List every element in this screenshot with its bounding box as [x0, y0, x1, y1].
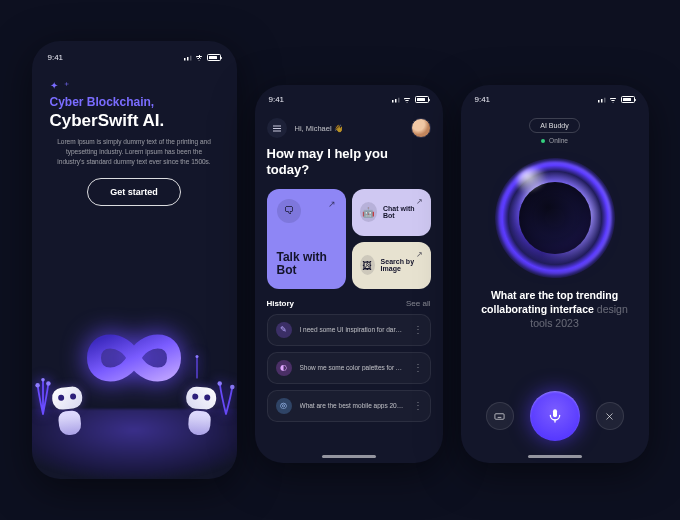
history-item[interactable]: ◎ What are the best mobile apps 2023… ⋮ [267, 390, 431, 422]
status-bar: 9:41 [32, 41, 237, 74]
more-icon[interactable]: ⋮ [413, 324, 422, 335]
history-item[interactable]: ✎ I need some UI inspiration for dark… ⋮ [267, 314, 431, 346]
battery-icon [207, 54, 221, 61]
history-icon: ✎ [276, 322, 292, 338]
get-started-button[interactable]: Get started [87, 178, 181, 206]
status-time: 9:41 [48, 53, 64, 62]
arrow-icon: ↗ [416, 197, 423, 206]
signal-icon [182, 55, 192, 61]
status-bar: 9:41 [461, 85, 649, 114]
wifi-icon [403, 96, 412, 103]
signal-icon [596, 97, 606, 103]
status-icons [390, 96, 429, 103]
arrow-icon: ↗ [416, 250, 423, 259]
signal-icon [390, 97, 400, 103]
infinity-ribbon [74, 318, 194, 398]
wifi-icon [609, 96, 618, 103]
history-heading: History [267, 299, 295, 308]
status-bar: 9:41 [255, 85, 443, 114]
battery-icon [415, 96, 429, 103]
robot-icon [43, 385, 95, 446]
keyboard-icon [494, 411, 505, 422]
close-button[interactable] [596, 402, 624, 430]
history-text: What are the best mobile apps 2023… [300, 402, 405, 409]
prompt-heading: How may I help you today? [255, 146, 443, 189]
bot-icon: 🤖 [360, 202, 378, 222]
svg-point-3 [217, 381, 222, 386]
see-all-link[interactable]: See all [406, 299, 430, 308]
chat-with-bot-card[interactable]: 🤖 Chat with Bot ↗ [352, 189, 431, 236]
svg-rect-6 [495, 413, 504, 419]
battery-icon [621, 96, 635, 103]
card-label: Chat with Bot [383, 205, 422, 219]
status-icons [182, 54, 221, 61]
status-time: 9:41 [269, 95, 285, 104]
history-icon: ◎ [276, 398, 292, 414]
sparkle-icon: ✦ ⁺ [50, 80, 219, 91]
hamburger-icon [273, 128, 281, 129]
chat-icon: 🗨 [277, 199, 301, 223]
home-indicator [322, 455, 376, 458]
ai-buddy-chip[interactable]: AI Buddy [529, 118, 579, 133]
greeting: Hi, Michael 👋 [295, 124, 403, 133]
close-icon [604, 411, 615, 422]
svg-point-4 [230, 385, 235, 390]
svg-point-0 [35, 383, 40, 388]
menu-button[interactable] [267, 118, 287, 138]
robot-icon [175, 385, 225, 444]
card-label: Search by Image [381, 258, 423, 272]
avatar[interactable] [411, 118, 431, 138]
arrow-icon: ↗ [328, 199, 336, 209]
image-icon: 🖼 [360, 255, 375, 275]
voice-orb [495, 158, 615, 278]
description: Lorem ipsum is simply dummy text of the … [50, 137, 219, 166]
hero-illustration [32, 259, 237, 479]
status-icons [596, 96, 635, 103]
home-screen: 9:41 Hi, Michael 👋 How may I help you to… [255, 85, 443, 463]
history-text: Show me some color palettes for AI… [300, 364, 405, 371]
microphone-icon [547, 408, 563, 424]
voice-screen: 9:41 AI Buddy Online What are the top tr… [461, 85, 649, 463]
wifi-icon [195, 54, 204, 61]
status-time: 9:41 [475, 95, 491, 104]
svg-point-2 [41, 378, 45, 382]
talk-with-bot-card[interactable]: 🗨 ↗ Talk with Bot [267, 189, 346, 289]
tagline: Cyber Blockchain, [50, 95, 219, 109]
svg-point-5 [195, 355, 198, 358]
keyboard-button[interactable] [486, 402, 514, 430]
history-icon: ◐ [276, 360, 292, 376]
online-status: Online [541, 137, 568, 144]
svg-point-1 [46, 381, 51, 386]
search-by-image-card[interactable]: 🖼 Search by Image ↗ [352, 242, 431, 289]
card-label: Talk with Bot [277, 251, 336, 277]
home-indicator [528, 455, 582, 458]
onboarding-screen: 9:41 ✦ ⁺ Cyber Blockchain, CyberSwift AI… [32, 41, 237, 479]
history-text: I need some UI inspiration for dark… [300, 326, 405, 333]
svg-rect-7 [553, 409, 557, 417]
voice-transcript: What are the top trending collaborating … [461, 288, 649, 331]
more-icon[interactable]: ⋮ [413, 400, 422, 411]
microphone-button[interactable] [530, 391, 580, 441]
history-item[interactable]: ◐ Show me some color palettes for AI… ⋮ [267, 352, 431, 384]
app-title: CyberSwift AI. [50, 111, 219, 131]
more-icon[interactable]: ⋮ [413, 362, 422, 373]
